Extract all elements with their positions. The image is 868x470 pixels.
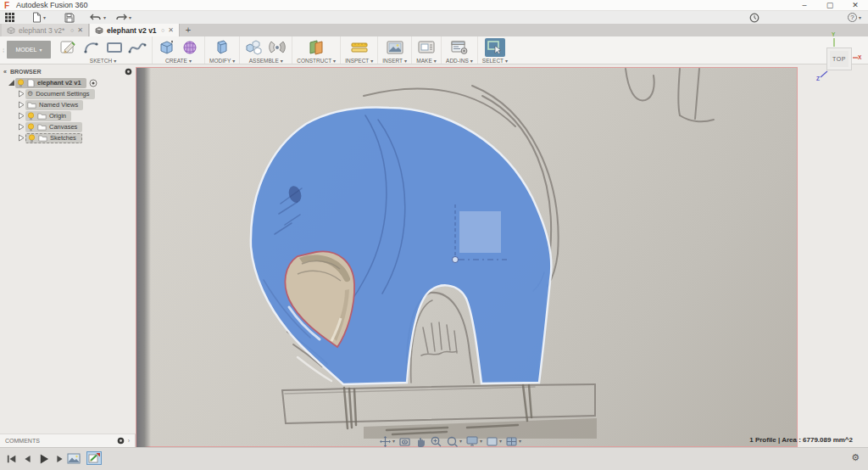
create-sphere-button[interactable] bbox=[180, 38, 200, 57]
tab-close-icon[interactable]: ✕ bbox=[168, 26, 174, 34]
axis-y-label: Y bbox=[832, 31, 835, 37]
timeline-canvas-feature[interactable] bbox=[66, 451, 81, 465]
panel-options-icon[interactable] bbox=[125, 68, 132, 76]
group-label[interactable]: ADD-INS bbox=[446, 58, 469, 64]
expand-triangle-icon[interactable] bbox=[17, 112, 25, 120]
tree-item-root[interactable]: elephant v2 v1 bbox=[0, 77, 136, 88]
group-label[interactable]: INSPECT bbox=[345, 58, 369, 64]
press-pull-button[interactable] bbox=[212, 38, 232, 57]
expand-triangle-icon[interactable] bbox=[17, 101, 25, 109]
viewports-caret-icon[interactable]: ▾ bbox=[519, 439, 521, 444]
visibility-bulb-icon[interactable] bbox=[27, 112, 35, 120]
expand-chevron-icon[interactable]: › bbox=[128, 438, 130, 444]
pan-button[interactable] bbox=[415, 435, 426, 447]
look-at-button[interactable] bbox=[398, 436, 411, 447]
activate-component-radio[interactable] bbox=[89, 76, 97, 91]
group-label[interactable]: ASSEMBLE bbox=[249, 58, 279, 64]
skip-to-start-button[interactable] bbox=[7, 454, 17, 464]
save-button[interactable] bbox=[64, 12, 75, 23]
comments-options-icon[interactable] bbox=[117, 437, 125, 445]
orbit-button[interactable]: ▾ bbox=[379, 435, 395, 448]
tab-close-icon[interactable]: ✕ bbox=[77, 26, 83, 34]
window-controls: – ▢ ✕ bbox=[792, 0, 868, 11]
group-label[interactable]: SELECT bbox=[482, 58, 504, 64]
file-menu-button[interactable]: ▾ bbox=[32, 12, 46, 23]
maximize-button[interactable]: ▢ bbox=[817, 0, 843, 11]
visibility-bulb-icon[interactable] bbox=[28, 134, 36, 143]
timeline-feature-items bbox=[66, 451, 102, 465]
tab-elephant-3-v2[interactable]: elephant 3 v2* ○ ✕ bbox=[2, 24, 89, 36]
tab-elephant-v2-v1[interactable]: elephant v2 v1 ○ ✕ bbox=[90, 24, 180, 36]
group-caret-icon: ▾ bbox=[114, 59, 116, 64]
workspace-caret-icon: ▾ bbox=[39, 48, 42, 53]
fit-button[interactable]: ▾ bbox=[446, 435, 462, 448]
group-label[interactable]: CREATE bbox=[165, 58, 187, 64]
view-cube[interactable]: TOP Y X Z bbox=[816, 36, 863, 87]
undo-button[interactable]: ▾ bbox=[90, 12, 106, 23]
job-status-clock-icon[interactable] bbox=[749, 12, 760, 23]
visibility-bulb-icon[interactable] bbox=[27, 123, 35, 131]
collapse-panel-icon[interactable]: « bbox=[3, 69, 7, 75]
help-menu-button[interactable]: ? ▾ bbox=[848, 12, 861, 23]
tree-item-label: elephant v2 v1 bbox=[37, 79, 81, 87]
elephant-sketch-drawing[interactable] bbox=[136, 68, 798, 448]
select-tool-button[interactable] bbox=[485, 38, 505, 57]
create-box-button[interactable] bbox=[157, 38, 177, 57]
zoom-button[interactable] bbox=[430, 435, 442, 448]
group-label[interactable]: INSERT bbox=[382, 58, 403, 64]
tree-item-canvases[interactable]: Canvases bbox=[0, 121, 136, 132]
timeline-settings-gear-icon[interactable]: ⚙ bbox=[851, 452, 860, 463]
orbit-caret-icon[interactable]: ▾ bbox=[392, 439, 395, 444]
viewports-button[interactable]: ▾ bbox=[505, 436, 521, 447]
tree-item-named-views[interactable]: Named Views bbox=[0, 99, 136, 110]
new-tab-button[interactable]: + bbox=[182, 25, 194, 35]
new-component-button[interactable] bbox=[244, 38, 264, 57]
group-label[interactable]: MAKE bbox=[416, 58, 431, 64]
step-back-button[interactable] bbox=[23, 454, 32, 464]
undo-caret-icon[interactable]: ▾ bbox=[103, 15, 106, 20]
redo-button[interactable]: ▾ bbox=[115, 12, 131, 23]
scripts-addins-button[interactable] bbox=[449, 38, 470, 57]
attached-canvas-image[interactable] bbox=[136, 67, 798, 447]
step-forward-button[interactable] bbox=[55, 454, 64, 464]
display-settings-button[interactable]: ▾ bbox=[465, 435, 482, 447]
tree-item-origin[interactable]: Origin bbox=[0, 110, 136, 121]
close-button[interactable]: ✕ bbox=[843, 0, 868, 11]
expand-triangle-icon[interactable] bbox=[17, 90, 25, 98]
sketch-spline-button[interactable] bbox=[127, 38, 147, 57]
group-label[interactable]: MODIFY bbox=[209, 58, 231, 64]
toolbar-grip-handle[interactable]: ⁞ bbox=[0, 36, 7, 64]
insert-canvas-button[interactable] bbox=[385, 38, 405, 57]
app-grid-menu-icon[interactable] bbox=[4, 12, 15, 23]
group-label[interactable]: SKETCH bbox=[90, 58, 112, 64]
tree-item-sketches[interactable]: Sketches bbox=[0, 132, 136, 143]
gear-icon: ⚙ bbox=[27, 91, 33, 98]
expand-triangle-icon[interactable] bbox=[7, 79, 15, 87]
fit-caret-icon[interactable]: ▾ bbox=[459, 439, 462, 444]
tree-item-document-settings[interactable]: ⚙ Document Settings bbox=[0, 88, 136, 99]
play-button[interactable] bbox=[38, 453, 49, 465]
visibility-bulb-icon[interactable] bbox=[17, 79, 25, 87]
measure-button[interactable] bbox=[349, 38, 370, 57]
sketch-arc-button[interactable] bbox=[81, 38, 102, 57]
redo-caret-icon[interactable]: ▾ bbox=[129, 15, 131, 20]
timeline-sketch-feature-selected[interactable] bbox=[86, 451, 102, 465]
ribbon-group-make: MAKE▾ bbox=[412, 36, 442, 64]
grid-caret-icon[interactable]: ▾ bbox=[499, 439, 502, 444]
workspace-selector-button[interactable]: MODEL ▾ bbox=[7, 41, 51, 59]
minimize-button[interactable]: – bbox=[792, 0, 817, 11]
viewport[interactable]: « BROWSER elephant v2 v1 ⚙ Docume bbox=[0, 64, 868, 447]
comments-bar[interactable]: COMMENTS › bbox=[0, 434, 136, 447]
display-caret-icon[interactable]: ▾ bbox=[480, 439, 482, 444]
window-title: Autodesk Fusion 360 bbox=[16, 1, 88, 10]
group-label[interactable]: CONSTRUCT bbox=[297, 58, 331, 64]
make-3d-print-button[interactable] bbox=[416, 38, 437, 57]
expand-triangle-icon[interactable] bbox=[17, 123, 25, 131]
create-sketch-button[interactable] bbox=[58, 38, 79, 57]
construction-plane-button[interactable] bbox=[306, 38, 326, 57]
joint-button[interactable] bbox=[267, 38, 287, 57]
expand-triangle-icon[interactable] bbox=[17, 134, 25, 142]
view-cube-face-top[interactable]: TOP bbox=[826, 48, 852, 70]
sketch-rectangle-button[interactable] bbox=[104, 38, 125, 57]
grid-layout-button[interactable]: ▾ bbox=[486, 436, 502, 447]
